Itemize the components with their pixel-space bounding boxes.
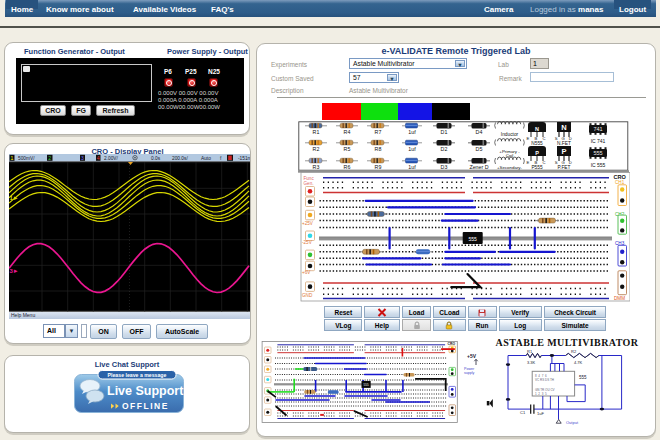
svg-text:741: 741	[593, 126, 602, 132]
svg-text:1uf: 1uf	[408, 164, 416, 170]
svg-text:R4: R4	[344, 129, 351, 135]
svg-text:CH3: CH3	[615, 241, 625, 246]
svg-text:Gen.: Gen.	[304, 181, 314, 186]
svg-text:D2: D2	[441, 146, 448, 152]
svg-text:D1: D1	[441, 129, 448, 135]
svg-text:D3: D3	[441, 164, 448, 170]
svg-text:P.FET: P.FET	[558, 165, 571, 170]
svg-text:3►: 3►	[10, 268, 19, 274]
svg-text:555: 555	[579, 375, 587, 380]
svg-text:C1: C1	[520, 410, 526, 415]
svg-text:-151mV: -151mV	[238, 156, 250, 161]
svg-text:R2: R2	[571, 349, 577, 354]
svg-text:R2: R2	[313, 146, 320, 152]
svg-text:555: 555	[593, 150, 602, 156]
svg-text:R8: R8	[375, 146, 382, 152]
svg-text:Zener D: Zener D	[469, 164, 488, 170]
svg-text:N.FET: N.FET	[557, 141, 571, 146]
svg-text:+Secondary-: +Secondary-	[497, 165, 523, 170]
svg-text:Inductor: Inductor	[501, 132, 519, 137]
svg-text:555: 555	[364, 383, 369, 387]
svg-text:1uF: 1uF	[537, 411, 544, 416]
svg-text:1: 1	[11, 155, 14, 161]
svg-text:Auto: Auto	[201, 156, 211, 161]
svg-text:Output: Output	[566, 420, 579, 425]
svg-text:-25V: -25V	[302, 240, 313, 245]
svg-text:2.00V/: 2.00V/	[104, 156, 119, 161]
svg-text:1uf: 1uf	[408, 129, 416, 135]
svg-text:200.0s/: 200.0s/	[172, 156, 188, 161]
svg-text:VC RS DS TH: VC RS DS TH	[535, 378, 554, 382]
svg-text:OFFLINE: OFFLINE	[122, 401, 169, 411]
svg-text:R1: R1	[313, 129, 320, 135]
svg-text:R7: R7	[375, 129, 382, 135]
svg-text:555: 555	[469, 236, 478, 242]
svg-text:D5: D5	[476, 146, 483, 152]
svg-text:1uf: 1uf	[408, 146, 416, 152]
svg-text:R5: R5	[344, 146, 351, 152]
svg-text:500mV/: 500mV/	[18, 156, 35, 161]
svg-text:supply: supply	[464, 371, 475, 375]
svg-text:R6: R6	[344, 164, 351, 170]
svg-text:4.7K: 4.7K	[574, 360, 583, 365]
svg-text:3: 3	[81, 155, 84, 161]
svg-text:P555: P555	[531, 165, 543, 170]
svg-text:+6V: +6V	[302, 270, 311, 275]
svg-text:P: P	[561, 147, 566, 156]
svg-text:2: 2	[48, 155, 51, 161]
svg-text:R1: R1	[527, 349, 533, 354]
svg-text:0.0s: 0.0s	[151, 156, 161, 161]
svg-text:N: N	[535, 126, 539, 132]
svg-text:Please leave a message: Please leave a message	[108, 372, 167, 378]
svg-text:+5V: +5V	[467, 353, 477, 359]
svg-text:P: P	[535, 150, 539, 156]
svg-text:DMM: DMM	[614, 296, 625, 301]
svg-text:1►: 1►	[10, 195, 19, 201]
svg-text:+25V: +25V	[302, 221, 314, 226]
svg-text:GND: GND	[302, 293, 313, 298]
svg-text:CRO: CRO	[614, 174, 627, 180]
svg-text:R9: R9	[375, 164, 382, 170]
svg-text:IC 741: IC 741	[591, 138, 606, 144]
svg-text:4: 4	[97, 155, 100, 161]
svg-text:1 2 3 5: 1 2 3 5	[535, 392, 547, 396]
svg-text:Live Support: Live Support	[107, 384, 184, 398]
svg-text:N: N	[561, 123, 566, 132]
svg-text:N555: N555	[531, 141, 543, 146]
svg-text:3.3K: 3.3K	[527, 360, 536, 365]
svg-text:D4: D4	[476, 129, 483, 135]
svg-text:IC 555: IC 555	[591, 162, 606, 168]
svg-text:Func: Func	[304, 176, 315, 181]
svg-text:CRO: CRO	[448, 342, 456, 346]
svg-text:R3: R3	[313, 164, 320, 170]
